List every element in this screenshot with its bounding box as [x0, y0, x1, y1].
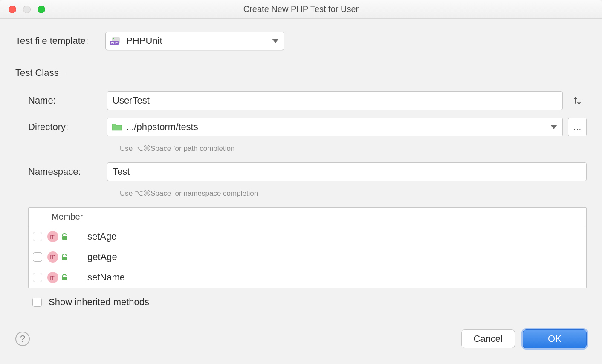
- window-title: Create New PHP Test for User: [0, 4, 602, 14]
- swap-arrows-icon: [573, 96, 582, 105]
- minimize-icon[interactable]: [23, 6, 31, 13]
- lock-open-icon: [61, 233, 69, 240]
- member-name: setName: [87, 272, 125, 283]
- section-divider: [66, 73, 587, 73]
- member-checkbox[interactable]: [33, 273, 42, 282]
- ok-label: OK: [548, 333, 561, 344]
- help-icon: ?: [20, 333, 25, 344]
- footer: ? Cancel OK: [0, 326, 602, 364]
- cancel-button[interactable]: Cancel: [461, 329, 515, 348]
- chevron-down-icon: [272, 39, 279, 43]
- method-icon: m: [47, 231, 58, 242]
- show-inherited-row: Show inherited methods: [28, 288, 587, 308]
- titlebar: Create New PHP Test for User: [0, 0, 602, 19]
- content-area: Test file template: PHP PHPUnit Test Cla…: [0, 19, 602, 326]
- member-row[interactable]: m setName: [29, 267, 586, 288]
- show-inherited-label: Show inherited methods: [49, 297, 149, 308]
- svg-rect-4: [62, 257, 67, 260]
- chevron-down-icon: [550, 125, 557, 129]
- help-button[interactable]: ?: [15, 332, 30, 346]
- lock-open-icon: [61, 274, 69, 281]
- namespace-row: Namespace:: [28, 162, 587, 181]
- name-row: Name:: [28, 91, 587, 110]
- zoom-icon[interactable]: [38, 6, 45, 13]
- folder-icon: [112, 123, 122, 131]
- dialog-window: Create New PHP Test for User Test file t…: [0, 0, 602, 364]
- namespace-hint: Use ⌥⌘Space for namespace completion: [120, 189, 587, 198]
- directory-row: Directory: .../phpstorm/tests …: [28, 118, 587, 136]
- show-inherited-checkbox[interactable]: [32, 298, 42, 307]
- swap-order-button[interactable]: [568, 91, 587, 110]
- members-header: Member: [29, 208, 586, 226]
- template-select[interactable]: PHP PHPUnit: [105, 32, 284, 50]
- directory-combo[interactable]: .../phpstorm/tests: [107, 118, 563, 136]
- cancel-label: Cancel: [474, 333, 503, 344]
- form-area: Name: Directory: ...: [15, 91, 587, 308]
- ellipsis-icon: …: [573, 122, 582, 132]
- members-table: Member m setAge m getAge: [28, 207, 587, 288]
- browse-button[interactable]: …: [568, 118, 587, 136]
- template-label: Test file template:: [15, 35, 88, 46]
- section-title: Test Class: [15, 67, 58, 78]
- member-name: getAge: [87, 251, 117, 263]
- name-input[interactable]: [107, 91, 563, 110]
- namespace-label: Namespace:: [28, 166, 107, 177]
- svg-rect-5: [62, 277, 67, 280]
- member-row[interactable]: m getAge: [29, 247, 586, 267]
- member-row[interactable]: m setAge: [29, 226, 586, 247]
- svg-text:PHP: PHP: [111, 41, 118, 45]
- section-header: Test Class: [15, 67, 587, 78]
- window-controls: [9, 6, 45, 13]
- lock-open-icon: [61, 253, 69, 261]
- member-checkbox[interactable]: [33, 252, 42, 262]
- template-row: Test file template: PHP PHPUnit: [15, 32, 587, 50]
- template-value: PHPUnit: [126, 35, 272, 46]
- phpunit-icon: PHP: [110, 36, 123, 46]
- member-checkbox[interactable]: [33, 232, 42, 241]
- member-name: setAge: [87, 231, 117, 242]
- directory-hint: Use ⌥⌘Space for path completion: [120, 144, 587, 153]
- namespace-input[interactable]: [107, 162, 587, 181]
- directory-label: Directory:: [28, 121, 107, 133]
- members-header-label: Member: [52, 212, 83, 222]
- ok-button[interactable]: OK: [523, 329, 587, 348]
- name-label: Name:: [28, 95, 107, 106]
- close-icon[interactable]: [9, 6, 16, 13]
- directory-value: .../phpstorm/tests: [126, 121, 550, 133]
- svg-rect-3: [62, 236, 67, 240]
- method-icon: m: [47, 272, 58, 283]
- method-icon: m: [47, 251, 58, 263]
